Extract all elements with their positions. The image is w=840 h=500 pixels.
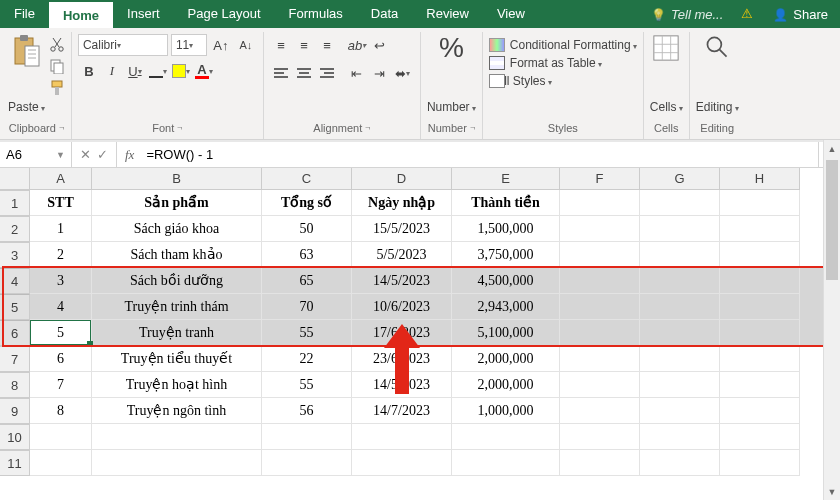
header-nn[interactable]: Ngày nhập [352, 190, 452, 216]
cell[interactable] [560, 372, 640, 398]
cell[interactable] [30, 450, 92, 476]
cell[interactable] [30, 424, 92, 450]
cell-nn[interactable]: 23/6/2023 [352, 346, 452, 372]
cell[interactable] [452, 424, 560, 450]
cell[interactable] [720, 320, 800, 346]
tab-home[interactable]: Home [49, 0, 113, 28]
col-header-C[interactable]: C [262, 168, 352, 190]
select-all-corner[interactable] [0, 168, 30, 190]
scroll-thumb[interactable] [826, 160, 838, 280]
cell[interactable] [352, 424, 452, 450]
cell[interactable] [640, 242, 720, 268]
cell-nn[interactable]: 14/5/2023 [352, 372, 452, 398]
cell-sp[interactable]: Truyện trinh thám [92, 294, 262, 320]
cell[interactable] [720, 242, 800, 268]
worksheet[interactable]: ABCDEFGH1234567891011STTSản phẩmTổng sốN… [0, 168, 840, 500]
cell[interactable] [720, 190, 800, 216]
align-center-icon[interactable] [293, 62, 315, 84]
cell[interactable] [262, 450, 352, 476]
cell[interactable] [640, 424, 720, 450]
cell-ts[interactable]: 55 [262, 372, 352, 398]
scroll-down-icon[interactable]: ▼ [824, 483, 840, 500]
col-header-E[interactable]: E [452, 168, 560, 190]
increase-font-icon[interactable]: A↑ [210, 34, 232, 56]
cell-tt[interactable]: 1,000,000 [452, 398, 560, 424]
cell[interactable] [92, 450, 262, 476]
copy-icon[interactable] [49, 58, 65, 74]
font-name-select[interactable]: Calibri [78, 34, 168, 56]
tab-view[interactable]: View [483, 0, 539, 28]
cell[interactable] [640, 372, 720, 398]
cell-sp[interactable]: Truyện hoạt hình [92, 372, 262, 398]
cell[interactable] [92, 424, 262, 450]
cell[interactable] [720, 398, 800, 424]
cell-styles-button[interactable]: Cell Styles [489, 74, 637, 88]
format-as-table-button[interactable]: Format as Table [489, 56, 637, 70]
cell[interactable] [720, 216, 800, 242]
header-ts[interactable]: Tổng số [262, 190, 352, 216]
cell[interactable] [720, 424, 800, 450]
cell[interactable] [560, 242, 640, 268]
cell-tt[interactable]: 1,500,000 [452, 216, 560, 242]
tab-pagelayout[interactable]: Page Layout [174, 0, 275, 28]
row-header-10[interactable]: 10 [0, 424, 30, 450]
cell-tt[interactable]: 3,750,000 [452, 242, 560, 268]
cell-stt[interactable]: 1 [30, 216, 92, 242]
vertical-scrollbar[interactable]: ▲ ▼ [823, 140, 840, 500]
cell[interactable] [640, 294, 720, 320]
cut-icon[interactable] [49, 36, 65, 52]
align-top-icon[interactable]: ≡ [270, 34, 292, 56]
wrap-text-icon[interactable]: ↩ [369, 34, 391, 56]
cell[interactable] [720, 372, 800, 398]
cell-tt[interactable]: 4,500,000 [452, 268, 560, 294]
decrease-indent-icon[interactable]: ⇤ [346, 62, 368, 84]
cell-ts[interactable]: 70 [262, 294, 352, 320]
cell-ts[interactable]: 65 [262, 268, 352, 294]
bold-button[interactable]: B [78, 60, 100, 82]
row-header-4[interactable]: 4 [0, 268, 30, 294]
cell[interactable] [720, 294, 800, 320]
header-tt[interactable]: Thành tiền [452, 190, 560, 216]
cell[interactable] [352, 450, 452, 476]
scroll-up-icon[interactable]: ▲ [824, 140, 840, 157]
cell-tt[interactable]: 2,000,000 [452, 372, 560, 398]
row-header-3[interactable]: 3 [0, 242, 30, 268]
cell-sp[interactable]: Truyện tiểu thuyết [92, 346, 262, 372]
active-cell[interactable]: 5 [30, 320, 91, 345]
share-button[interactable]: Share [761, 0, 840, 28]
cell-stt[interactable]: 6 [30, 346, 92, 372]
align-bottom-icon[interactable]: ≡ [316, 34, 338, 56]
cell[interactable] [640, 268, 720, 294]
row-header-6[interactable]: 6 [0, 320, 30, 346]
cell-stt[interactable]: 7 [30, 372, 92, 398]
cell-ts[interactable]: 50 [262, 216, 352, 242]
warning-icon[interactable] [733, 0, 761, 28]
cancel-formula-icon[interactable]: ✕ [80, 147, 91, 162]
cell-sp[interactable]: Truyện tranh [92, 320, 262, 346]
cell[interactable] [560, 450, 640, 476]
cell-sp[interactable]: Truyện ngôn tình [92, 398, 262, 424]
italic-button[interactable]: I [101, 60, 123, 82]
underline-button[interactable]: U [124, 60, 146, 82]
cell[interactable] [720, 346, 800, 372]
align-right-icon[interactable] [316, 62, 338, 84]
cell-ts[interactable]: 22 [262, 346, 352, 372]
cell-sp[interactable]: Sách bồi dưỡng [92, 268, 262, 294]
tell-me[interactable]: Tell me... [641, 0, 733, 28]
cell[interactable] [452, 450, 560, 476]
conditional-formatting-button[interactable]: Conditional Formatting [489, 38, 637, 52]
accept-formula-icon[interactable]: ✓ [97, 147, 108, 162]
cell[interactable] [560, 346, 640, 372]
orientation-icon[interactable]: ab [346, 34, 368, 56]
col-header-F[interactable]: F [560, 168, 640, 190]
col-header-A[interactable]: A [30, 168, 92, 190]
merge-center-icon[interactable]: ⬌ [392, 62, 414, 84]
cell-nn[interactable]: 14/5/2023 [352, 268, 452, 294]
decrease-font-icon[interactable]: A↓ [235, 34, 257, 56]
fill-color-button[interactable] [170, 60, 192, 82]
name-box[interactable]: A6▼ [0, 142, 72, 167]
cells-button[interactable]: Cells [650, 34, 683, 114]
increase-indent-icon[interactable]: ⇥ [369, 62, 391, 84]
row-header-11[interactable]: 11 [0, 450, 30, 476]
cell-sp[interactable]: Sách tham khảo [92, 242, 262, 268]
